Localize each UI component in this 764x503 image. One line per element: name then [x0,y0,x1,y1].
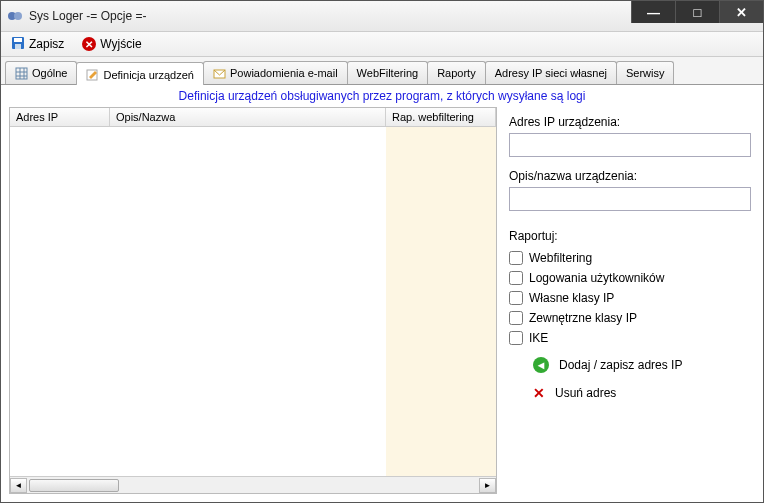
col-rap[interactable]: Rap. webfiltering [386,108,496,126]
minimize-button[interactable]: — [631,1,675,23]
window-controls: — □ ✕ [631,1,763,23]
grid-icon [15,67,28,80]
add-save-button[interactable]: ◄ Dodaj / zapisz adres IP [509,357,751,373]
svg-rect-5 [16,68,27,79]
name-input[interactable] [509,187,751,211]
cb-webfiltering[interactable] [509,251,523,265]
horizontal-scrollbar[interactable]: ◄ ► [10,476,496,493]
svg-point-1 [14,12,22,20]
add-save-label: Dodaj / zapisz adres IP [559,358,682,372]
tab-general-label: Ogólne [32,67,67,79]
delete-x-icon: ✕ [533,385,545,401]
titlebar: Sys Loger -= Opcje =- — □ ✕ [1,1,763,31]
tab-reports[interactable]: Raporty [427,61,486,84]
save-icon [11,36,25,53]
window-title: Sys Loger -= Opcje =- [29,9,146,23]
tab-email-label: Powiadomienia e-mail [230,67,338,79]
content-area: Definicja urządzeń obsługiwanych przez p… [1,85,763,502]
ip-input[interactable] [509,133,751,157]
maximize-button[interactable]: □ [675,1,719,23]
exit-icon: ✕ [82,37,96,51]
back-arrow-icon: ◄ [533,357,549,373]
table-body[interactable] [10,127,496,476]
device-table: Adres IP Opis/Nazwa Rap. webfiltering ◄ … [9,107,497,494]
tab-bar: Ogólne Definicja urządzeń Powiadomienia … [1,57,763,85]
cb-ike-label: IKE [529,331,548,345]
scroll-left-button[interactable]: ◄ [10,478,27,493]
tab-webfiltering-label: WebFiltering [357,67,419,79]
exit-button[interactable]: ✕ Wyjście [78,35,145,53]
cb-logins[interactable] [509,271,523,285]
page-description: Definicja urządzeń obsługiwanych przez p… [9,89,755,103]
device-form: Adres IP urządzenia: Opis/nazwa urządzen… [505,107,755,494]
tab-general[interactable]: Ogólne [5,61,77,84]
cb-ext-classes-label: Zewnętrzne klasy IP [529,311,637,325]
svg-rect-4 [15,44,21,49]
cb-own-classes-label: Własne klasy IP [529,291,614,305]
toolbar: Zapisz ✕ Wyjście [1,31,763,57]
tab-reports-label: Raporty [437,67,476,79]
cb-webfiltering-label: Webfiltering [529,251,592,265]
mail-icon [213,67,226,80]
report-label: Raportuj: [509,229,751,243]
close-button[interactable]: ✕ [719,1,763,23]
tab-ownips[interactable]: Adresy IP sieci własnej [485,61,617,84]
exit-label: Wyjście [100,37,141,51]
col-ip[interactable]: Adres IP [10,108,110,126]
scroll-thumb[interactable] [29,479,119,492]
tab-services[interactable]: Serwisy [616,61,675,84]
table-header: Adres IP Opis/Nazwa Rap. webfiltering [10,108,496,127]
cb-logins-label: Logowania użytkowników [529,271,664,285]
scroll-right-button[interactable]: ► [479,478,496,493]
checkbox-group: Webfiltering Logowania użytkowników Włas… [509,251,751,345]
save-label: Zapisz [29,37,64,51]
col-name[interactable]: Opis/Nazwa [110,108,386,126]
app-icon [7,8,23,24]
split-layout: Adres IP Opis/Nazwa Rap. webfiltering ◄ … [9,107,755,494]
cb-ike[interactable] [509,331,523,345]
tab-webfiltering[interactable]: WebFiltering [347,61,429,84]
ip-label: Adres IP urządzenia: [509,115,751,129]
tab-email[interactable]: Powiadomienia e-mail [203,61,348,84]
tab-services-label: Serwisy [626,67,665,79]
tab-ownips-label: Adresy IP sieci własnej [495,67,607,79]
tab-devices[interactable]: Definicja urządzeń [76,62,204,85]
cb-ext-classes[interactable] [509,311,523,325]
cb-own-classes[interactable] [509,291,523,305]
tab-devices-label: Definicja urządzeń [103,69,194,81]
save-button[interactable]: Zapisz [7,34,68,55]
name-label: Opis/nazwa urządzenia: [509,169,751,183]
delete-label: Usuń adres [555,386,616,400]
svg-rect-3 [14,38,22,42]
edit-icon [86,68,99,81]
delete-button[interactable]: ✕ Usuń adres [509,385,751,401]
